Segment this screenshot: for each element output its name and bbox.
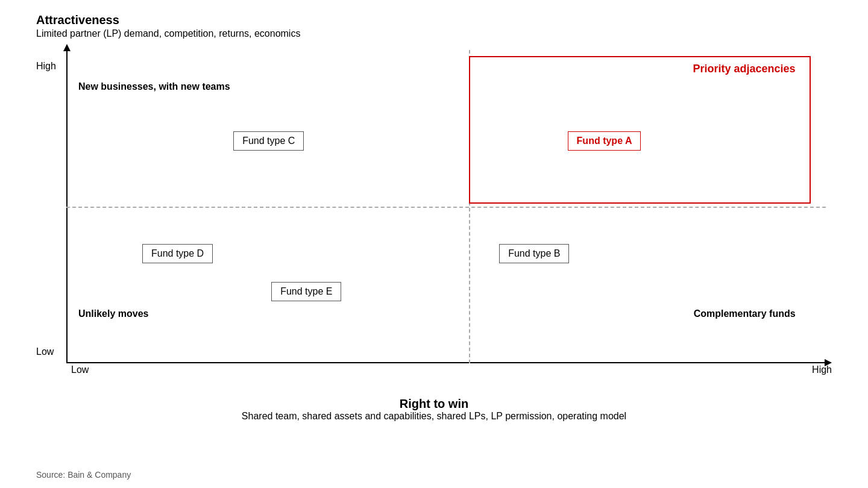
quadrant-label-bottom-left: Unlikely moves: [78, 308, 149, 319]
horizontal-divider: [66, 207, 826, 208]
priority-label: Priority adjacencies: [693, 63, 796, 75]
plot-area: Priority adjacencies New businesses, wit…: [66, 50, 826, 363]
priority-box: [469, 56, 811, 203]
right-to-win-subtitle: Shared team, shared assets and capabilit…: [36, 411, 832, 422]
page-container: Attractiveness Limited partner (LP) dema…: [0, 0, 868, 488]
source-label: Source: Bain & Company: [36, 470, 131, 480]
fund-box-b: Fund type B: [499, 244, 569, 263]
bottom-section: Right to win Shared team, shared assets …: [36, 397, 832, 422]
right-to-win-title: Right to win: [36, 397, 832, 411]
chart-area: High Low Low High Priority adjacencies: [36, 44, 832, 393]
x-axis-arrow: [825, 359, 832, 366]
fund-box-e: Fund type E: [271, 282, 341, 301]
attractiveness-title: Attractiveness: [36, 12, 832, 28]
y-axis-high-label: High: [36, 61, 56, 72]
fund-box-a: Fund type A: [568, 131, 641, 151]
x-axis-low-label: Low: [71, 364, 89, 375]
y-axis-low-label: Low: [36, 346, 54, 357]
y-axis-arrow: [63, 44, 71, 51]
attractiveness-subtitle: Limited partner (LP) demand, competition…: [36, 28, 832, 40]
fund-box-c: Fund type C: [233, 131, 304, 151]
quadrant-label-bottom-right: Complementary funds: [694, 308, 796, 319]
header-section: Attractiveness Limited partner (LP) dema…: [36, 12, 832, 40]
quadrant-label-top-left: New businesses, with new teams: [78, 81, 230, 92]
fund-box-d: Fund type D: [142, 244, 213, 263]
x-axis-line: [66, 362, 826, 363]
